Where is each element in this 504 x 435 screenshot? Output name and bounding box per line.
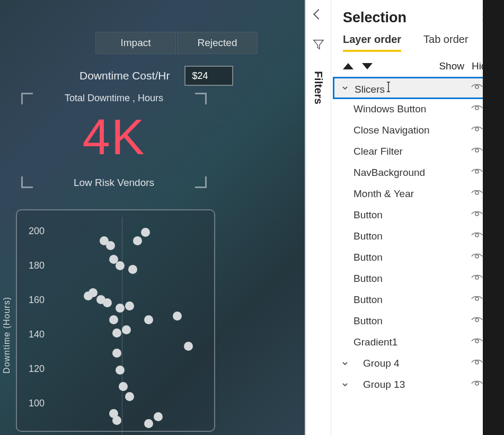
scatter-point [154,412,163,421]
downtime-cost-label: Downtime Cost/Hr [79,69,170,82]
svg-point-4 [475,170,479,173]
layer-item[interactable]: Month & Year··· [333,183,502,205]
layer-item[interactable]: Button··· [333,205,502,226]
scatter-point [144,315,153,324]
selection-pane: Selection ✕ Layer order Tab order Show H… [331,0,504,435]
visibility-icon[interactable] [471,336,483,348]
svg-point-3 [475,149,479,152]
scatter-point [109,315,118,324]
svg-point-7 [475,234,479,237]
svg-point-14 [475,382,479,385]
visibility-icon[interactable] [471,82,483,94]
scatter-point [89,288,98,297]
chevron-left-icon[interactable] [313,9,324,20]
layer-item[interactable]: Group 4··· [333,353,502,374]
visibility-icon[interactable] [471,252,483,263]
layer-item-label: Slicers [353,81,469,95]
svg-point-13 [475,361,479,364]
svg-point-11 [475,318,479,322]
layer-item-label: NavBackground [353,167,469,179]
scatter-point [112,349,121,358]
visibility-icon[interactable] [471,103,483,115]
layer-item-label: Windows Button [353,103,469,115]
visibility-icon[interactable] [471,125,483,136]
scatter-point [103,298,112,307]
visibility-icon[interactable] [471,188,483,200]
layer-item-label: Button [353,294,469,306]
visibility-icon[interactable] [471,230,483,242]
scatter-plot-area [49,217,208,429]
y-axis-label: Downtime (Hours) [2,297,12,374]
layer-item-label: Close Navigation [353,125,469,136]
filters-pane-collapsed[interactable]: Filters [306,0,331,435]
kpi-card[interactable]: Total Downtime , Hours 4K Low Risk Vendo… [21,93,207,188]
visibility-icon[interactable] [471,294,483,306]
layer-item[interactable]: Button··· [333,268,502,289]
right-edge-strip [483,0,504,435]
chevron-down-icon[interactable] [340,381,350,388]
layer-item[interactable]: NavBackground··· [333,162,502,183]
layer-item[interactable]: Group 13··· [333,374,502,395]
kpi-title: Total Downtime , Hours [21,93,207,104]
move-up-icon[interactable] [343,63,353,69]
y-axis-ticks: 200 180 160 140 120 100 [25,226,45,409]
svg-point-10 [475,297,479,300]
scatter-point [128,265,137,274]
layer-item[interactable]: Button··· [333,226,502,247]
filter-icon[interactable] [313,39,324,50]
visibility-icon[interactable] [471,146,483,157]
layer-item-label: Gradient1 [353,336,469,348]
layer-item[interactable]: Clear Filter··· [333,141,502,162]
scatter-point [122,325,131,334]
layer-list: Slicers···Windows Button···Close Navigat… [333,77,502,395]
tab-layer-order[interactable]: Layer order [343,33,401,52]
scatter-point [144,419,153,428]
dashboard-tab-rejected[interactable]: Rejected [177,32,258,54]
svg-point-1 [475,106,479,110]
scatter-point [112,416,121,425]
scatter-point [125,301,134,310]
scatter-point [116,366,125,375]
layer-item-label: Button [353,230,469,242]
scatter-point [116,261,125,270]
svg-point-0 [475,85,479,88]
downtime-cost-value[interactable]: $24 [184,66,233,86]
kpi-footer: Low Risk Vendors [21,177,207,189]
layer-item[interactable]: Button··· [333,289,502,310]
layer-item[interactable]: Windows Button··· [333,99,502,120]
text-cursor-icon [385,84,392,95]
svg-point-9 [475,276,479,279]
scatter-point [116,304,125,313]
move-down-icon[interactable] [362,63,373,69]
show-all-button[interactable]: Show [439,60,464,72]
layer-item[interactable]: Gradient1··· [333,332,502,353]
svg-point-6 [475,212,479,216]
visibility-icon[interactable] [471,358,483,369]
visibility-icon[interactable] [471,315,483,327]
visibility-icon[interactable] [471,379,483,390]
scatter-point [173,312,182,321]
visibility-icon[interactable] [471,167,483,179]
layer-item-label: Group 4 [353,358,469,369]
layer-item[interactable]: Button··· [333,310,502,332]
report-canvas[interactable]: Impact Rejected Downtime Cost/Hr $24 Tot… [0,0,306,435]
layer-item[interactable]: Close Navigation··· [333,120,502,141]
scatter-point [184,342,193,351]
chevron-down-icon[interactable] [340,84,350,92]
dashboard-tab-impact[interactable]: Impact [95,32,176,54]
visibility-icon[interactable] [471,273,483,285]
tab-tab-order[interactable]: Tab order [423,33,468,52]
layer-item[interactable]: Button··· [333,247,502,268]
svg-point-12 [475,340,479,343]
visibility-icon[interactable] [471,209,483,221]
kpi-value: 4K [21,109,207,166]
svg-point-5 [475,191,479,194]
chevron-down-icon[interactable] [340,360,350,367]
scatter-point [141,228,150,237]
scatter-point [119,382,128,391]
layer-item-label: Clear Filter [353,146,469,157]
layer-item-label: Button [353,209,469,221]
scatter-point [133,236,142,245]
scatter-point [125,392,134,401]
layer-item[interactable]: Slicers··· [333,77,502,99]
